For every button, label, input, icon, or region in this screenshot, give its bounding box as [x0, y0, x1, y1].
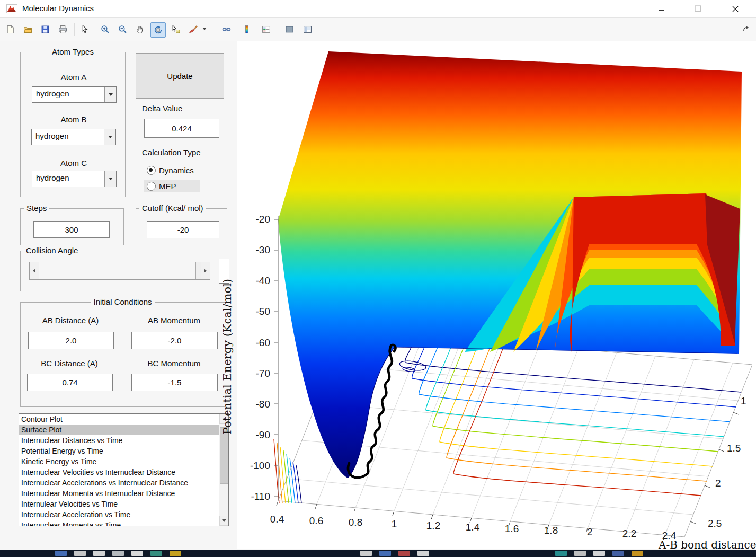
open-file-button[interactable]: [21, 22, 35, 37]
hide-plot-tools-button[interactable]: [282, 22, 297, 37]
dock-figure-button[interactable]: [739, 22, 753, 37]
atom-c-dropdown[interactable]: hydrogen: [32, 171, 117, 187]
insert-legend-icon: [262, 25, 271, 34]
y-tick-label: -20: [245, 214, 270, 225]
insert-colorbar-button[interactable]: [239, 22, 254, 37]
cutoff-title: Cutoff (Kcal/ mol): [139, 204, 206, 213]
x-tick-label: 1.2: [420, 520, 447, 532]
taskbar-app-icon[interactable]: [150, 551, 162, 556]
ab-momentum-field[interactable]: -2.0: [131, 332, 218, 349]
dock-figure-icon: [742, 25, 750, 33]
brush-dropdown-caret[interactable]: [202, 28, 207, 30]
list-item[interactable]: Internuclear Momenta vs Internuclear Dis…: [19, 488, 228, 499]
slider-left-arrow[interactable]: [30, 262, 39, 279]
atom-b-label: Atom B: [32, 115, 115, 124]
cutoff-field[interactable]: -20: [147, 221, 219, 238]
x-tick-label: 2: [576, 526, 603, 538]
pan-button[interactable]: [133, 22, 147, 37]
atom-c-dropdown-button[interactable]: [104, 171, 116, 187]
y-tick-label: -30: [245, 244, 270, 256]
x-tick-label: 0.8: [342, 517, 369, 528]
plot-type-listbox[interactable]: Contour Plot Surface Plot Internuclear D…: [19, 413, 229, 526]
link-plot-button[interactable]: [219, 22, 234, 37]
collision-angle-slider[interactable]: [29, 262, 210, 280]
atom-a-label: Atom A: [32, 73, 115, 82]
atom-b-dropdown-button[interactable]: [104, 129, 115, 145]
taskbar-app-icon[interactable]: [74, 551, 86, 556]
arrow-right-icon: [204, 269, 207, 273]
brush-button[interactable]: [186, 22, 200, 37]
dynamics-radio[interactable]: [147, 166, 156, 175]
x-tick-label: 1.4: [459, 521, 486, 533]
x-tick-label: 0.4: [264, 514, 290, 525]
link-plot-icon: [222, 25, 231, 34]
list-item[interactable]: Kinetic Energy vs Time: [19, 456, 228, 467]
data-cursor-button[interactable]: [168, 22, 183, 37]
bc-distance-field[interactable]: 0.74: [27, 374, 113, 391]
new-figure-button[interactable]: [3, 22, 17, 37]
scroll-down-button[interactable]: [219, 516, 229, 526]
taskbar-app-icon[interactable]: [398, 551, 410, 556]
slider-right-arrow[interactable]: [201, 262, 210, 279]
maximize-button[interactable]: [686, 0, 710, 17]
x-tick-label: 1: [381, 518, 407, 530]
atom-types-title: Atom Types: [49, 47, 96, 56]
taskbar-app-icon[interactable]: [417, 551, 429, 556]
close-button[interactable]: [723, 0, 748, 17]
taskbar-app-icon[interactable]: [379, 551, 391, 556]
depth-tick-label: 2: [715, 478, 721, 489]
taskbar-app-icon[interactable]: [555, 551, 567, 556]
rotate-3d-button[interactable]: [150, 22, 166, 38]
show-plot-tools-button[interactable]: [300, 22, 315, 37]
taskbar-app-icon[interactable]: [93, 551, 105, 556]
atom-a-dropdown-button[interactable]: [104, 87, 116, 102]
list-item[interactable]: Internuclear Velocities vs Internuclear …: [19, 467, 228, 478]
collision-angle-title: Collision Angle: [23, 246, 81, 255]
list-item[interactable]: Internuclear Acceleration vs Time: [19, 509, 228, 520]
bc-momentum-field[interactable]: -1.5: [131, 374, 218, 391]
taskbar-app-icon[interactable]: [170, 551, 181, 556]
y-tick-label: -70: [245, 368, 270, 379]
windows-taskbar[interactable]: [0, 550, 756, 557]
delta-value-field[interactable]: 0.424: [144, 119, 219, 138]
toolbar-separator: [279, 23, 279, 36]
dynamics-radio-label: Dynamics: [159, 166, 194, 175]
edit-plot-arrow-icon: [80, 25, 89, 34]
taskbar-app-icon[interactable]: [112, 551, 124, 556]
surface-plot-canvas[interactable]: [237, 41, 756, 549]
update-button[interactable]: Update: [136, 53, 224, 99]
scrollbar-thumb[interactable]: [220, 427, 228, 484]
zoom-in-button[interactable]: [98, 22, 112, 37]
ab-distance-field[interactable]: 2.0: [28, 332, 114, 349]
atom-a-dropdown[interactable]: hydrogen: [32, 86, 117, 103]
list-item[interactable]: Potential Energy vs Time: [19, 446, 228, 456]
taskbar-app-icon[interactable]: [55, 551, 67, 556]
taskbar-app-icon[interactable]: [612, 551, 624, 556]
taskbar-app-icon[interactable]: [593, 551, 605, 556]
list-item[interactable]: Contour Plot: [19, 414, 228, 425]
list-item[interactable]: Internulear Velocities vs Time: [19, 499, 228, 509]
taskbar-app-icon[interactable]: [632, 551, 643, 556]
save-figure-button[interactable]: [38, 22, 52, 37]
steps-field[interactable]: 300: [33, 221, 110, 238]
list-item[interactable]: Internuclear Momenta vs Time: [19, 520, 228, 526]
list-item-selected[interactable]: Surface Plot: [19, 425, 228, 435]
y-tick-label: -100: [245, 460, 270, 472]
list-item[interactable]: Internuclear Accelerations vs Internucle…: [19, 478, 228, 488]
taskbar-app-icon[interactable]: [131, 551, 143, 556]
insert-legend-button[interactable]: [259, 22, 273, 37]
slider-thumb[interactable]: [39, 262, 196, 279]
taskbar-app-icon[interactable]: [574, 551, 586, 556]
print-figure-button[interactable]: [56, 22, 70, 37]
list-item[interactable]: Internuclear Distances vs Time: [19, 435, 228, 446]
atom-a-value: hydrogen: [32, 87, 104, 102]
delta-value-title: Delta Value: [139, 104, 185, 113]
edit-plot-button[interactable]: [77, 22, 92, 37]
zoom-out-button[interactable]: [115, 22, 130, 37]
taskbar-app-icon[interactable]: [360, 551, 372, 556]
atom-b-dropdown[interactable]: hydrogen: [31, 129, 116, 145]
mep-radio[interactable]: [147, 182, 156, 191]
figure-toolbar: [0, 18, 756, 41]
minimize-button[interactable]: [649, 0, 673, 17]
toolbar-separator: [95, 23, 95, 36]
